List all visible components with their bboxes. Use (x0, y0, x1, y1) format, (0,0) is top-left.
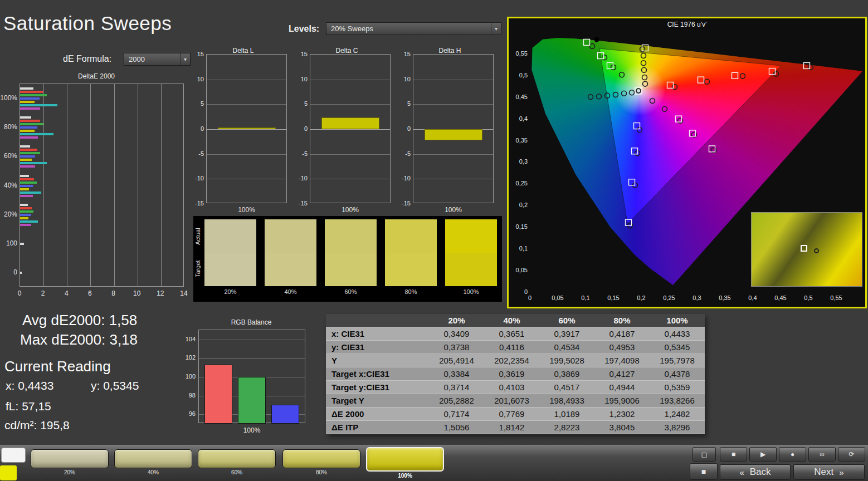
y-tick-label: 15 (301, 51, 308, 57)
column-header: 60% (539, 314, 594, 327)
cell: 195,7978 (650, 354, 705, 367)
swatch-target (265, 253, 316, 286)
play-button[interactable]: ▶ (749, 447, 777, 462)
record-button[interactable]: ● (779, 447, 806, 462)
de-bar (20, 145, 30, 148)
de-formula-dropdown[interactable]: 2000 (124, 53, 191, 66)
rgb-balance-xlabel: 100% (198, 426, 305, 434)
row-label: Target y:CIE31 (326, 381, 429, 394)
grid-line (310, 104, 390, 105)
de-bar (20, 220, 38, 223)
de-bar (20, 101, 35, 103)
de-bar (20, 224, 31, 226)
grid-line (207, 154, 286, 155)
rgb-y-axis: 1041021009896 (184, 330, 197, 423)
swatch-label: 40% (265, 288, 316, 295)
saturation-swatch (385, 219, 437, 286)
de-bar (20, 152, 40, 154)
grid-line (413, 154, 493, 155)
loop-button[interactable]: ∞ (808, 447, 836, 462)
de-bar (20, 116, 31, 119)
stop-button[interactable]: ■ (720, 447, 747, 462)
de-bar (20, 159, 32, 161)
group-label: 100% (0, 94, 17, 102)
stop-big-button[interactable]: ■ (690, 463, 718, 480)
cell: 1,2482 (650, 408, 705, 420)
y-tick-label: -15 (402, 200, 411, 207)
saturation-swatch (325, 219, 377, 286)
saturation-swatch (445, 219, 497, 286)
grid-line (138, 84, 138, 286)
grid-line (413, 179, 493, 179)
x-tick-label: 8 (108, 289, 119, 297)
deltae-y-axis: 100%80%60%40%20%1000 (4, 84, 18, 287)
de-formula-value: 2000 (129, 55, 145, 63)
deltae-chart-panel: DeltaE 2000 100%80%60%40%20%1000 0246810… (4, 72, 188, 303)
y-tick-label: 5 (407, 100, 411, 107)
mini-xlabel: 100% (310, 206, 391, 214)
cell: 1,8142 (484, 421, 539, 434)
swatch-actual (204, 219, 256, 253)
de-bar (20, 136, 38, 139)
window-button[interactable]: ◻ (693, 447, 716, 462)
grid-line (161, 84, 162, 286)
levels-dropdown[interactable]: 20% Sweeps (326, 22, 501, 35)
de-bar (20, 185, 33, 187)
y-tick-label: 96 (189, 410, 196, 417)
delta-c-chart: Delta C151050-5-10-15100% (296, 47, 397, 214)
table-row: Target y:CIE310,37140,41030,45170,49440,… (326, 381, 705, 394)
y-tick-label: 15 (404, 51, 411, 57)
y-tick-label: 10 (404, 76, 411, 82)
swatch-items: 20%40%60%80%100% (193, 216, 502, 302)
y-tick-label: -5 (405, 150, 411, 157)
grid-line (413, 104, 493, 105)
y-tick-label: 10 (301, 76, 308, 82)
cie-diagram-panel: CIE 1976 u'v' 00,050,10,150,20,250,30,35… (507, 17, 867, 308)
delta-h-chart: Delta H151050-5-10-15100% (399, 47, 500, 214)
de-bar (20, 104, 57, 106)
swatch-comparison-panel: Actual Target 20%40%60%80%100% (193, 216, 502, 302)
cie-y-tick: 0,15 (509, 223, 528, 230)
cie-y-axis: 00,050,10,150,20,250,30,350,40,450,50,55 (509, 18, 529, 307)
group-label: 40% (4, 181, 17, 189)
row-label: y: CIE31 (326, 341, 429, 354)
swatch-target (325, 253, 377, 286)
de-bar (20, 155, 35, 158)
y-tick-label: -10 (299, 175, 308, 181)
levels-value: 20% Sweeps (331, 24, 373, 33)
y-tick-label: -5 (302, 150, 308, 157)
cell: 0,3917 (539, 327, 594, 340)
max-de2000: Max dE2000: 3,18 (20, 331, 138, 349)
mini-y-axis: 151050-5-10-15 (193, 54, 205, 203)
deltae-x-axis: 02468101214 (4, 289, 188, 297)
sync-button[interactable]: ⟳ (838, 447, 865, 462)
row-label: ΔE 2000 (326, 408, 429, 420)
column-header: 40% (484, 314, 539, 327)
reading-fl: fL: 57,15 (6, 400, 51, 413)
mini-xlabel: 100% (413, 206, 494, 214)
cie-y-tick: 0,1 (509, 245, 528, 252)
de-bar (20, 188, 29, 190)
y-tick-label: 0 (201, 125, 204, 132)
de-bar (20, 178, 34, 180)
table-row: x: CIE310,34090,36510,39170,41870,4433 (326, 327, 705, 341)
cie-x-tick: 0,5 (799, 295, 817, 301)
cie-x-tick: 0,05 (549, 295, 567, 301)
delta-bar (425, 129, 482, 140)
deltae-chart-title: DeltaE 2000 (4, 72, 188, 80)
cell: 0,3714 (429, 381, 484, 394)
mini-chart-title: Delta C (296, 47, 397, 55)
back-button[interactable]: « Back (720, 464, 791, 480)
y-tick-label: 0 (304, 125, 308, 132)
chevron-down-icon (180, 53, 190, 65)
x-tick-label: 0 (14, 289, 25, 297)
cie-y-tick: 0,5 (509, 72, 528, 78)
cell: 198,4933 (539, 394, 594, 407)
de-formula-row: dE Formula: (63, 54, 111, 64)
cie-y-tick: 0,25 (509, 180, 528, 186)
grid-line (310, 80, 390, 80)
cell: 0,3619 (484, 367, 539, 380)
next-button[interactable]: Next » (793, 464, 865, 480)
y-tick-label: 0 (407, 125, 411, 132)
cell: 195,9006 (594, 394, 650, 407)
